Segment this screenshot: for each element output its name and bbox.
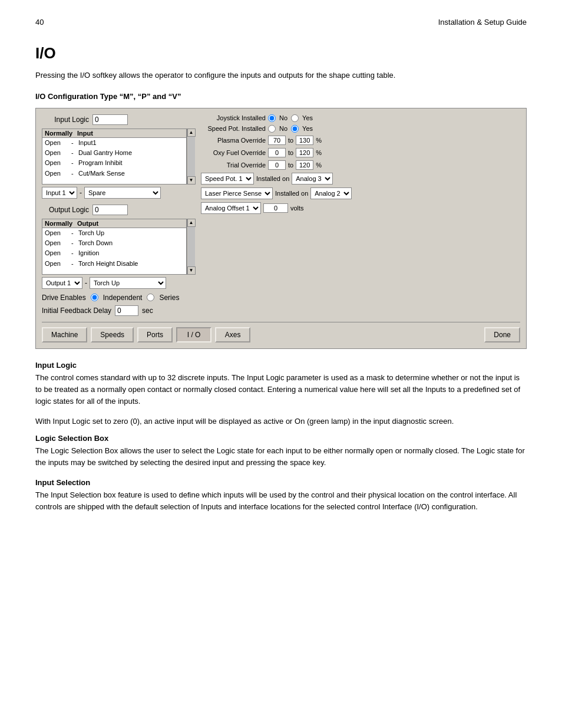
- trial-override-label: Trial Override: [201, 162, 266, 169]
- feedback-delay-unit: sec: [142, 307, 153, 315]
- joystick-yes-label: Yes: [302, 114, 313, 121]
- input-select-name[interactable]: Spare: [84, 187, 161, 199]
- joystick-no-radio[interactable]: [268, 114, 276, 122]
- input-select-number[interactable]: Input 1: [42, 187, 77, 199]
- trial-override-to[interactable]: [296, 160, 313, 170]
- scroll-track: [188, 137, 195, 176]
- plasma-override-unit: %: [316, 137, 322, 144]
- list-item[interactable]: Open - Torch Up: [42, 228, 186, 238]
- dialog-box: Input Logic Normally Input Open - Input1: [35, 108, 527, 349]
- speeds-button[interactable]: Speeds: [91, 327, 134, 342]
- left-panel: Input Logic Normally Input Open - Input1: [42, 114, 195, 316]
- input-logic-label: Input Logic: [42, 116, 89, 124]
- speed-pot-1-installed-on: Installed on: [256, 175, 289, 182]
- output-logic-input[interactable]: [92, 205, 128, 215]
- analog-offset-row: Analog Offset 1 volts: [201, 202, 520, 214]
- list-item[interactable]: Open - Cut/Mark Sense: [42, 169, 186, 179]
- plasma-override-to[interactable]: [296, 136, 313, 145]
- list-item[interactable]: Open - Torch Down: [42, 238, 186, 248]
- list-item[interactable]: Open - Ignition: [42, 248, 186, 258]
- input-list-box: Normally Input Open - Input1 Open - Dual…: [42, 129, 187, 185]
- oxy-fuel-unit: %: [316, 149, 322, 156]
- header-right: Installation & Setup Guide: [438, 18, 527, 27]
- right-panel: Joystick Installed No Yes Speed Pot. Ins…: [201, 114, 520, 316]
- intro-text: Pressing the I/O softkey allows the oper…: [35, 70, 527, 81]
- input-logic-para-1: The control comes standard with up to 32…: [35, 372, 527, 407]
- joystick-label: Joystick Installed: [201, 114, 266, 121]
- list-item[interactable]: Open - Torch Height Disable: [42, 259, 186, 269]
- plasma-override-from[interactable]: [268, 136, 286, 145]
- output-list-body: Open - Torch Up Open - Torch Down Open -: [42, 228, 186, 274]
- input-list-scrollbar[interactable]: ▲ ▼: [187, 129, 195, 185]
- output-logic-label: Output Logic: [42, 206, 89, 214]
- list-item[interactable]: Open - Input1: [42, 138, 186, 148]
- input-selection-heading: Input Selection: [35, 478, 527, 487]
- scroll-down-btn[interactable]: ▼: [187, 266, 196, 275]
- input-logic-input[interactable]: [92, 114, 128, 125]
- speed-pot-yes-radio[interactable]: [291, 125, 299, 133]
- machine-button[interactable]: Machine: [42, 327, 87, 342]
- speed-pot-1-select[interactable]: Speed Pot. 1: [201, 173, 254, 185]
- input-selection-section: Input Selection The Input Selection box …: [35, 478, 527, 513]
- joystick-yes-radio[interactable]: [291, 114, 299, 122]
- ports-button[interactable]: Ports: [137, 327, 173, 342]
- oxy-fuel-label: Oxy Fuel Override: [201, 149, 266, 156]
- drive-independent-label: Independent: [103, 294, 143, 302]
- axes-button[interactable]: Axes: [215, 327, 250, 342]
- input-logic-para-2: With Input Logic set to zero (0), an act…: [35, 417, 527, 426]
- speed-pot-no-radio[interactable]: [268, 125, 276, 133]
- drive-enables-label: Drive Enables: [42, 294, 86, 302]
- input-logic-section: Input Logic The control comes standard w…: [35, 361, 527, 407]
- drive-enables-row: Drive Enables Independent Series: [42, 294, 195, 302]
- laser-pierce-select[interactable]: Laser Pierce Sense: [201, 187, 273, 199]
- list-item[interactable]: Open - Dual Gantry Home: [42, 148, 186, 158]
- output-list-header: Normally Output: [42, 219, 186, 228]
- done-button[interactable]: Done: [484, 327, 520, 342]
- analog-offset-value[interactable]: [263, 203, 288, 213]
- speed-pot-yes-label: Yes: [302, 125, 313, 132]
- io-button[interactable]: I / O: [176, 327, 211, 342]
- analog-offset-select[interactable]: Analog Offset 1: [201, 202, 261, 214]
- trial-override-from[interactable]: [268, 160, 286, 170]
- page-title: I/O: [35, 44, 527, 62]
- section-heading: I/O Configuration Type “M”, “P” and “V”: [35, 92, 527, 101]
- speed-pot-label: Speed Pot. Installed: [201, 125, 266, 132]
- logic-selection-para: The Logic Selection Box allows the user …: [35, 445, 527, 469]
- output-select-number[interactable]: Output 1: [42, 277, 82, 289]
- feedback-delay-label: Initial Feedback Delay: [42, 307, 111, 315]
- joystick-radio-group: No Yes: [268, 114, 313, 122]
- output-list-box: Normally Output Open - Torch Up Open - T…: [42, 219, 187, 275]
- scroll-track: [188, 227, 195, 266]
- laser-pierce-row: Laser Pierce Sense Installed on Analog 2: [201, 187, 520, 199]
- oxy-fuel-to[interactable]: [296, 148, 313, 157]
- input-list-body: Open - Input1 Open - Dual Gantry Home Op…: [42, 138, 186, 184]
- logic-selection-heading: Logic Selection Box: [35, 434, 527, 443]
- speed-pot-radio-group: No Yes: [268, 125, 313, 133]
- drive-series-label: Series: [159, 294, 179, 302]
- input-logic-section-2: With Input Logic set to zero (0), an act…: [35, 417, 527, 426]
- plasma-override-label: Plasma Override: [201, 137, 266, 144]
- trial-override-row: Trial Override to %: [201, 160, 520, 170]
- scroll-up-btn[interactable]: ▲: [187, 219, 196, 227]
- joystick-row: Joystick Installed No Yes: [201, 114, 520, 122]
- speed-pot-1-analog-select[interactable]: Analog 3: [292, 173, 333, 185]
- logic-selection-section: Logic Selection Box The Logic Selection …: [35, 434, 527, 469]
- laser-pierce-analog-select[interactable]: Analog 2: [310, 187, 352, 199]
- page-number: 40: [35, 18, 44, 27]
- drive-series-radio[interactable]: [147, 294, 154, 301]
- scroll-down-btn[interactable]: ▼: [187, 176, 196, 185]
- drive-independent-radio[interactable]: [91, 294, 98, 301]
- output-list-scrollbar[interactable]: ▲ ▼: [187, 219, 195, 275]
- scroll-up-btn[interactable]: ▲: [187, 129, 196, 137]
- oxy-fuel-row: Oxy Fuel Override to %: [201, 148, 520, 157]
- list-item[interactable]: Open - Program Inhibit: [42, 158, 186, 168]
- laser-pierce-installed-on: Installed on: [275, 190, 308, 197]
- speed-pot-row: Speed Pot. Installed No Yes: [201, 125, 520, 133]
- feedback-delay-input[interactable]: [115, 305, 138, 316]
- oxy-fuel-from[interactable]: [268, 148, 286, 157]
- output-dropdown-row: Output 1 - Torch Up: [42, 277, 195, 289]
- input-selection-para: The Input Selection box feature is used …: [35, 489, 527, 513]
- button-bar: Machine Speeds Ports I / O Axes Done: [42, 322, 520, 342]
- output-select-name[interactable]: Torch Up: [90, 277, 166, 289]
- plasma-override-row: Plasma Override to %: [201, 136, 520, 145]
